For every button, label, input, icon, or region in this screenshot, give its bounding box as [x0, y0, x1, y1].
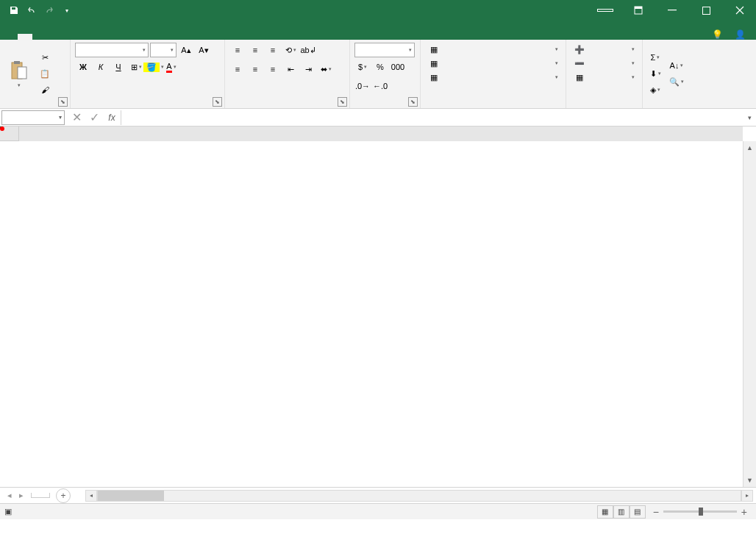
number-format-combo[interactable] — [354, 43, 415, 57]
scroll-up-icon[interactable]: ▲ — [743, 141, 756, 154]
tab-insert[interactable] — [32, 34, 47, 40]
fill-color-icon[interactable]: 🪣 — [146, 60, 162, 74]
align-middle-icon[interactable]: ≡ — [247, 43, 263, 57]
tab-home[interactable] — [18, 34, 32, 40]
tab-page-layout[interactable] — [47, 34, 62, 40]
expand-formula-icon[interactable]: ▾ — [743, 114, 756, 121]
align-right-icon[interactable]: ≡ — [265, 62, 281, 76]
tab-view[interactable] — [106, 34, 121, 40]
tab-review[interactable] — [91, 34, 106, 40]
orientation-icon[interactable]: ⟲ — [282, 43, 299, 57]
delete-icon: ➖ — [574, 57, 585, 69]
bold-icon[interactable]: Ж — [75, 60, 91, 74]
share-button[interactable]: 👤 — [735, 29, 749, 40]
format-painter-icon[interactable]: 🖌 — [37, 82, 53, 97]
font-launcher[interactable]: ⬊ — [213, 97, 222, 107]
delete-cells-button[interactable]: ➖ — [571, 57, 638, 70]
tell-me[interactable]: 💡 — [712, 29, 726, 40]
tab-formulas[interactable] — [62, 34, 76, 40]
scroll-down-icon[interactable]: ▼ — [743, 474, 756, 487]
alignment-launcher[interactable]: ⬊ — [338, 97, 347, 107]
conditional-icon: ▦ — [428, 43, 440, 55]
italic-icon[interactable]: К — [93, 60, 109, 74]
font-color-icon[interactable]: A — [163, 60, 179, 74]
align-bottom-icon[interactable]: ≡ — [265, 43, 281, 57]
enter-icon[interactable]: ✓ — [85, 110, 103, 125]
increase-decimal-icon[interactable]: .0→ — [354, 79, 371, 93]
zoom-out-icon[interactable]: − — [653, 506, 659, 518]
qat-customize-icon[interactable]: ▾ — [59, 2, 75, 18]
undo-icon[interactable] — [24, 2, 40, 18]
close-icon[interactable] — [724, 0, 756, 21]
save-icon[interactable] — [6, 2, 22, 18]
record-macro-icon[interactable]: ▣ — [4, 507, 12, 516]
cancel-icon[interactable]: ✕ — [68, 110, 85, 125]
group-number: $ % 000 .0→ ←.0 ⬊ — [350, 40, 421, 108]
decrease-decimal-icon[interactable]: ←.0 — [372, 79, 388, 93]
increase-font-icon[interactable]: A▴ — [178, 43, 194, 57]
ribbon-display-icon[interactable] — [622, 0, 655, 21]
cut-icon[interactable]: ✂ — [37, 50, 53, 65]
format-as-table-button[interactable]: ▦ — [425, 57, 561, 70]
zoom-in-icon[interactable]: + — [741, 506, 747, 518]
font-name-combo[interactable] — [75, 43, 149, 57]
sheet-next-icon[interactable]: ▸ — [16, 491, 26, 500]
comma-icon[interactable]: 000 — [390, 60, 406, 74]
conditional-formatting-button[interactable]: ▦ — [425, 43, 561, 56]
vertical-scrollbar[interactable]: ▲ ▼ — [743, 141, 756, 487]
insert-cells-button[interactable]: ➕ — [571, 43, 638, 56]
align-center-icon[interactable]: ≡ — [247, 62, 263, 76]
formula-input[interactable] — [121, 110, 743, 125]
autosum-icon[interactable]: Σ — [647, 50, 663, 65]
group-cells: ➕ ➖ ▦ — [566, 40, 643, 108]
percent-icon[interactable]: % — [372, 60, 388, 74]
sheet-tab[interactable] — [31, 493, 50, 498]
align-left-icon[interactable]: ≡ — [229, 62, 246, 76]
fill-icon[interactable]: ⬇ — [647, 66, 663, 81]
sheet-prev-icon[interactable]: ◂ — [4, 491, 15, 500]
redo-icon[interactable] — [41, 2, 57, 18]
font-size-combo[interactable] — [150, 43, 176, 57]
borders-icon[interactable]: ⊞ — [128, 60, 144, 74]
fx-icon[interactable]: fx — [103, 110, 121, 125]
decrease-font-icon[interactable]: A▾ — [196, 43, 212, 57]
select-all-corner[interactable] — [0, 127, 19, 141]
increase-indent-icon[interactable]: ⇥ — [300, 62, 316, 76]
align-top-icon[interactable]: ≡ — [229, 43, 246, 57]
page-break-view-icon[interactable]: ▤ — [630, 505, 646, 519]
tab-file[interactable] — [3, 34, 18, 40]
copy-icon[interactable]: 📋 — [37, 66, 53, 81]
number-launcher[interactable]: ⬊ — [408, 97, 418, 107]
cells-area[interactable] — [19, 141, 743, 487]
scroll-right-icon[interactable]: ▸ — [741, 490, 753, 502]
decrease-indent-icon[interactable]: ⇤ — [282, 62, 299, 76]
merge-icon[interactable]: ⬌ — [318, 62, 334, 76]
sort-filter-icon[interactable]: A↓ — [666, 58, 687, 73]
underline-icon[interactable]: Ч — [110, 60, 126, 74]
clear-icon[interactable]: ◈ — [647, 82, 663, 97]
format-cells-button[interactable]: ▦ — [571, 71, 638, 84]
add-sheet-icon[interactable]: + — [56, 488, 71, 503]
zoom-slider[interactable] — [663, 510, 737, 513]
tab-developer[interactable] — [121, 34, 135, 40]
page-layout-view-icon[interactable]: ▥ — [613, 505, 630, 519]
wrap-text-icon[interactable]: ab↲ — [300, 43, 316, 57]
group-alignment: ≡ ≡ ≡ ⟲ ab↲ ≡ ≡ ≡ ⇤ ⇥ ⬌ ⬊ — [225, 40, 350, 108]
name-box[interactable] — [1, 110, 65, 125]
normal-view-icon[interactable]: ▦ — [597, 505, 613, 519]
maximize-icon[interactable] — [690, 0, 722, 21]
sheet-nav: ◂ ▸ — [0, 491, 31, 500]
table-icon: ▦ — [428, 57, 440, 69]
view-buttons: ▦ ▥ ▤ — [597, 505, 646, 519]
clipboard-launcher[interactable]: ⬊ — [58, 97, 68, 107]
find-select-icon[interactable]: 🔍 — [666, 74, 687, 89]
tab-help[interactable] — [135, 34, 150, 40]
scroll-left-icon[interactable]: ◂ — [85, 490, 97, 502]
accounting-icon[interactable]: $ — [354, 60, 371, 74]
signin-button[interactable] — [597, 9, 613, 12]
tab-data[interactable] — [76, 34, 91, 40]
horizontal-scrollbar[interactable]: ◂ ▸ — [85, 490, 753, 502]
minimize-icon[interactable] — [656, 0, 688, 21]
cell-styles-button[interactable]: ▦ — [425, 71, 561, 84]
paste-button[interactable]: ▾ — [4, 43, 34, 104]
